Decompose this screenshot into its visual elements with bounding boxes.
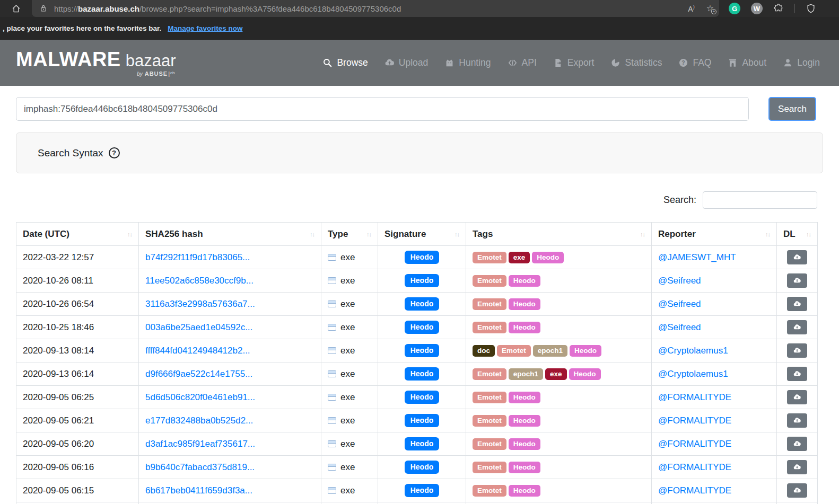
- tag-badge-emotet[interactable]: Emotet: [473, 252, 506, 263]
- reporter-link[interactable]: @FORMALITYDE: [658, 462, 731, 472]
- reporter-link[interactable]: @JAMESWT_MHT: [658, 252, 736, 262]
- reporter-link[interactable]: @FORMALITYDE: [658, 392, 731, 402]
- reporter-link[interactable]: @FORMALITYDE: [658, 415, 731, 426]
- sort-icon[interactable]: ↑↓: [765, 231, 770, 237]
- sort-icon[interactable]: ↑↓: [806, 231, 811, 237]
- nav-item-about[interactable]: About: [728, 57, 766, 68]
- sort-icon[interactable]: ↑↓: [366, 231, 371, 237]
- url-text[interactable]: https://bazaar.abuse.ch/browse.php?searc…: [54, 4, 681, 13]
- w-extension-icon[interactable]: W: [751, 3, 763, 14]
- signature-badge[interactable]: Heodo: [405, 414, 440, 427]
- sort-icon[interactable]: ↑↓: [310, 231, 314, 237]
- nav-item-export[interactable]: Export: [553, 57, 595, 68]
- lock-icon[interactable]: [39, 4, 48, 13]
- download-button[interactable]: [787, 460, 807, 474]
- nav-item-login[interactable]: Login: [783, 57, 820, 68]
- tag-badge-heodo[interactable]: Heodo: [509, 438, 540, 450]
- tag-badge-emotet[interactable]: Emotet: [473, 275, 506, 287]
- column-header-date-utc-[interactable]: Date (UTC)↑↓: [16, 223, 139, 246]
- reporter-link[interactable]: @Cryptolaemus1: [658, 346, 728, 356]
- nav-item-statistics[interactable]: Statistics: [610, 57, 662, 68]
- download-button[interactable]: [787, 273, 807, 288]
- tag-badge-emotet[interactable]: Emotet: [473, 392, 506, 403]
- sha256-hash-link[interactable]: 11ee502a6c858e30ccf9b...: [145, 276, 254, 286]
- tag-badge-exe[interactable]: exe: [509, 252, 530, 263]
- nav-item-upload[interactable]: Upload: [384, 57, 428, 68]
- nav-item-faq[interactable]: FAQ: [678, 57, 711, 68]
- column-header-dl[interactable]: DL↑↓: [777, 223, 818, 246]
- tag-badge-heodo[interactable]: Heodo: [532, 252, 564, 263]
- sha256-hash-link[interactable]: 5d6d506c820f0e461eb91...: [145, 392, 255, 402]
- browser-essentials-icon[interactable]: [806, 3, 816, 14]
- signature-badge[interactable]: Heodo: [405, 367, 440, 381]
- favorite-add-star-icon[interactable]: ☆+: [706, 4, 714, 13]
- search-input[interactable]: [16, 97, 749, 121]
- tag-badge-heodo[interactable]: Heodo: [509, 275, 540, 287]
- tag-badge-emotet[interactable]: Emotet: [473, 322, 506, 333]
- tag-badge-epoch1[interactable]: epoch1: [533, 345, 567, 357]
- column-header-tags[interactable]: Tags↑↓: [466, 223, 652, 246]
- nav-item-browse[interactable]: Browse: [322, 57, 368, 68]
- tag-badge-exe[interactable]: exe: [545, 368, 567, 380]
- tag-badge-heodo[interactable]: Heodo: [509, 462, 540, 473]
- signature-badge[interactable]: Heodo: [405, 391, 440, 404]
- tag-badge-doc[interactable]: doc: [473, 345, 495, 357]
- sort-icon[interactable]: ↑↓: [640, 231, 645, 237]
- download-button[interactable]: [787, 297, 807, 311]
- tag-badge-emotet[interactable]: Emotet: [473, 368, 506, 380]
- reporter-link[interactable]: @Seifreed: [658, 276, 701, 286]
- download-button[interactable]: [787, 367, 807, 381]
- sha256-hash-link[interactable]: 3116a3f3e2998a57636a7...: [145, 299, 255, 309]
- home-button[interactable]: [0, 4, 32, 14]
- signature-badge[interactable]: Heodo: [405, 251, 440, 264]
- download-button[interactable]: [787, 343, 807, 358]
- tag-badge-heodo[interactable]: Heodo: [509, 485, 540, 497]
- sort-icon[interactable]: ↑↓: [127, 231, 132, 237]
- manage-favorites-link[interactable]: Manage favorites now: [168, 24, 242, 32]
- download-button[interactable]: [787, 413, 807, 428]
- download-button[interactable]: [787, 250, 807, 264]
- address-bar[interactable]: https://bazaar.abuse.ch/browse.php?searc…: [32, 0, 719, 17]
- site-logo[interactable]: MALWARE bazaar byABUSE|ch: [16, 49, 176, 77]
- sha256-hash-link[interactable]: e177d832488ba0b525d2...: [145, 415, 253, 426]
- sha256-hash-link[interactable]: d3af1ac985f91eaf735617...: [145, 439, 255, 449]
- download-button[interactable]: [787, 437, 807, 451]
- sha256-hash-link[interactable]: b74f292f11f9d17b83065...: [145, 252, 250, 262]
- sort-icon[interactable]: ↑↓: [455, 231, 459, 237]
- signature-badge[interactable]: Heodo: [405, 437, 440, 450]
- tag-badge-heodo[interactable]: Heodo: [509, 322, 540, 333]
- tag-badge-epoch1[interactable]: epoch1: [509, 368, 543, 380]
- help-question-icon[interactable]: ?: [109, 147, 120, 158]
- sha256-hash-link[interactable]: ffff844fd04124948412b2...: [145, 346, 250, 356]
- tag-badge-emotet[interactable]: Emotet: [473, 485, 506, 497]
- tag-badge-emotet[interactable]: Emotet: [473, 298, 506, 310]
- signature-badge[interactable]: Heodo: [405, 274, 440, 287]
- tag-badge-heodo[interactable]: Heodo: [509, 392, 540, 403]
- tag-badge-heodo[interactable]: Heodo: [509, 415, 540, 427]
- column-header-signature[interactable]: Signature↑↓: [378, 223, 466, 246]
- reporter-link[interactable]: @FORMALITYDE: [658, 485, 731, 496]
- sha256-hash-link[interactable]: 6b617beb0411f659d3f3a...: [145, 485, 252, 496]
- column-header-reporter[interactable]: Reporter↑↓: [652, 223, 777, 246]
- extensions-puzzle-icon[interactable]: [773, 3, 784, 14]
- search-syntax-panel[interactable]: Search Syntax ?: [16, 132, 823, 173]
- grammarly-icon[interactable]: G: [729, 3, 740, 14]
- reporter-link[interactable]: @Cryptolaemus1: [658, 369, 728, 379]
- nav-item-hunting[interactable]: Hunting: [444, 57, 491, 68]
- signature-badge[interactable]: Heodo: [405, 297, 440, 311]
- reporter-link[interactable]: @Seifreed: [658, 322, 701, 332]
- sha256-hash-link[interactable]: d9f666f9ae522c14e1755...: [145, 369, 252, 379]
- sha256-hash-link[interactable]: 003a6be25aed1e04592c...: [145, 322, 252, 332]
- signature-badge[interactable]: Heodo: [405, 344, 440, 357]
- tag-badge-emotet[interactable]: Emotet: [497, 345, 531, 357]
- sha256-hash-link[interactable]: b9b640c7fabacd375d819...: [145, 462, 255, 472]
- tag-badge-emotet[interactable]: Emotet: [473, 438, 506, 450]
- column-header-sha256-hash[interactable]: SHA256 hash↑↓: [139, 223, 321, 246]
- nav-item-api[interactable]: API: [508, 57, 537, 68]
- tag-badge-heodo[interactable]: Heodo: [509, 298, 540, 310]
- signature-badge[interactable]: Heodo: [405, 484, 440, 497]
- search-button[interactable]: Search: [768, 97, 816, 121]
- table-search-input[interactable]: [703, 191, 817, 209]
- download-button[interactable]: [787, 320, 807, 334]
- signature-badge[interactable]: Heodo: [405, 461, 440, 474]
